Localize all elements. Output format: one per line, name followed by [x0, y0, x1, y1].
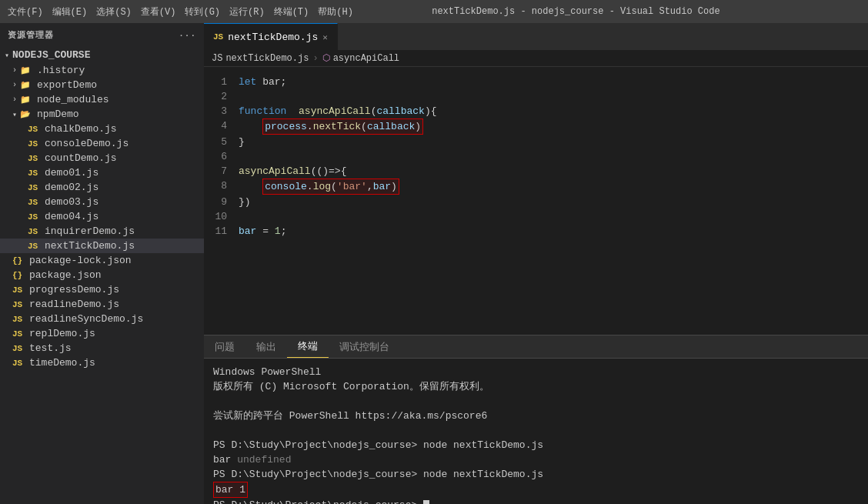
chevron-right-icon: ›: [12, 66, 17, 75]
line-content: [239, 149, 868, 164]
sidebar-item-nexttickdemo[interactable]: JS nextTickDemo.js: [0, 239, 204, 253]
panel-tab-debugconsole[interactable]: 调试控制台: [329, 335, 400, 358]
js-file-icon: JS: [28, 242, 40, 251]
breadcrumb-file: nextTickDemo.js: [225, 53, 309, 64]
code-line-3: 3 function asyncApiCall(callback){: [204, 104, 868, 118]
menu-select[interactable]: 选择(S): [96, 5, 132, 18]
sidebar-item-label: replDemo.js: [29, 328, 95, 339]
editor-tab-nexttickdemo[interactable]: JS nextTickDemo.js ✕: [204, 23, 338, 50]
window-title: nextTickDemo.js - nodejs_course - Visual…: [432, 6, 719, 17]
sidebar-item-history[interactable]: › 📁 .history: [0, 63, 204, 78]
sidebar-item-inquirerdemo[interactable]: JS inquirerDemo.js: [0, 224, 204, 239]
js-file-icon: JS: [12, 329, 25, 339]
sidebar-item-label: inquirerDemo.js: [45, 225, 135, 237]
sidebar: 资源管理器 ··· ▾ NODEJS_COURSE › 📁 .history ›…: [0, 23, 204, 504]
js-file-icon: JS: [12, 359, 25, 368]
terminal-line: PS D:\Study\Project\nodejs_course> node …: [213, 438, 859, 452]
terminal-line: PS D:\Study\Project\nodejs_course>: [213, 498, 859, 504]
sidebar-item-label: npmDemo: [37, 108, 79, 120]
terminal-line: 版权所有 (C) Microsoft Corporation。保留所有权利。: [213, 379, 859, 394]
sidebar-item-label: readlineSyncDemo.js: [29, 313, 143, 325]
menu-bar[interactable]: 文件(F) 编辑(E) 选择(S) 查看(V) 转到(G) 运行(R) 终端(T…: [8, 5, 353, 18]
sidebar-item-npmdemo[interactable]: ▾ 📂 npmDemo: [0, 107, 204, 122]
json-file-icon: {}: [12, 256, 25, 265]
sidebar-item-label: timeDemo.js: [29, 357, 95, 369]
line-number: 1: [204, 75, 239, 89]
sidebar-title: 资源管理器: [8, 29, 54, 41]
menu-goto[interactable]: 转到(G): [185, 5, 220, 18]
sidebar-item-test[interactable]: JS test.js: [0, 341, 204, 355]
line-number: 9: [204, 195, 239, 209]
line-content: process.nextTick(callback): [239, 118, 868, 135]
close-icon[interactable]: ✕: [322, 32, 328, 42]
terminal-line: bar 1: [213, 482, 859, 498]
line-number: 6: [204, 149, 239, 164]
folder-open-icon: 📂: [20, 109, 32, 119]
code-line-2: 2: [204, 89, 868, 104]
sidebar-item-consoledemo[interactable]: JS consoleDemo.js: [0, 136, 204, 151]
sidebar-item-exportdemo[interactable]: › 📁 exportDemo: [0, 78, 204, 92]
code-editor[interactable]: 1 let bar; 2 3 function asyncApiCall(cal…: [204, 67, 868, 335]
menu-file[interactable]: 文件(F): [8, 5, 43, 18]
sidebar-item-readlinedemo[interactable]: JS readlineDemo.js: [0, 297, 204, 312]
js-file-icon: JS: [12, 344, 25, 353]
line-content: }): [239, 195, 868, 209]
project-root[interactable]: ▾ NODEJS_COURSE: [0, 47, 204, 63]
code-line-9: 9 }): [204, 195, 868, 209]
menu-help[interactable]: 帮助(H): [318, 5, 353, 18]
sidebar-item-label: node_modules: [37, 94, 109, 105]
sidebar-item-label: progressDemo.js: [29, 284, 119, 295]
sidebar-item-repldemo[interactable]: JS replDemo.js: [0, 326, 204, 341]
sidebar-dots[interactable]: ···: [179, 31, 196, 40]
sidebar-item-progressdemo[interactable]: JS progressDemo.js: [0, 282, 204, 297]
sidebar-item-countdemo[interactable]: JS countDemo.js: [0, 151, 204, 165]
js-file-icon: JS: [28, 212, 40, 222]
code-line-6: 6: [204, 149, 868, 164]
menu-edit[interactable]: 编辑(E): [52, 5, 88, 18]
terminal-line: 尝试新的跨平台 PowerShell https://aka.ms/pscore…: [213, 409, 859, 423]
line-content: console.log('bar',bar): [239, 179, 868, 195]
js-file-icon: JS: [12, 315, 25, 324]
sidebar-item-label: demo03.js: [45, 196, 98, 208]
line-number: 2: [204, 89, 239, 104]
code-line-5: 5 }: [204, 135, 868, 149]
js-file-icon: JS: [28, 198, 40, 207]
line-content: bar = 1;: [239, 224, 868, 239]
sidebar-item-label: demo02.js: [45, 182, 98, 193]
chevron-right-icon: ›: [12, 95, 17, 104]
sidebar-item-nodemodules[interactable]: › 📁 node_modules: [0, 92, 204, 107]
line-number: 4: [204, 118, 239, 133]
panel-tab-terminal[interactable]: 终端: [287, 335, 329, 358]
sidebar-item-demo01[interactable]: JS demo01.js: [0, 165, 204, 180]
menu-run[interactable]: 运行(R): [229, 5, 265, 18]
sidebar-item-label: demo01.js: [45, 167, 98, 179]
breadcrumb-symbol: asyncApiCall: [333, 53, 399, 64]
panel-tab-output[interactable]: 输出: [245, 335, 287, 358]
line-number: 8: [204, 179, 239, 193]
sidebar-item-readlinesyncdemo[interactable]: JS readlineSyncDemo.js: [0, 312, 204, 326]
sidebar-item-packagejson[interactable]: {} package.json: [0, 268, 204, 282]
panel-tab-problems[interactable]: 问题: [204, 335, 245, 358]
sidebar-item-label: test.js: [29, 342, 72, 354]
sidebar-item-timedemo[interactable]: JS timeDemo.js: [0, 355, 204, 370]
js-file-icon: JS: [28, 227, 40, 236]
sidebar-item-label: package-lock.json: [29, 255, 132, 266]
terminal-content[interactable]: Windows PowerShell 版权所有 (C) Microsoft Co…: [204, 359, 868, 504]
code-line-11: 11 bar = 1;: [204, 224, 868, 239]
code-line-7: 7 asyncApiCall(()=>{: [204, 164, 868, 179]
sidebar-header: 资源管理器 ···: [0, 23, 204, 47]
js-file-icon: JS: [28, 169, 40, 178]
sidebar-item-demo04[interactable]: JS demo04.js: [0, 209, 204, 224]
sidebar-item-chalkdemo[interactable]: JS chalkDemo.js: [0, 122, 204, 136]
sidebar-item-packagelockjson[interactable]: {} package-lock.json: [0, 253, 204, 268]
sidebar-item-demo02[interactable]: JS demo02.js: [0, 180, 204, 195]
project-name: NODEJS_COURSE: [12, 49, 90, 61]
chevron-down-icon: ▾: [5, 51, 9, 60]
menu-terminal[interactable]: 终端(T): [274, 5, 309, 18]
terminal-line: [213, 423, 859, 438]
menu-view[interactable]: 查看(V): [141, 5, 176, 18]
sidebar-item-demo03[interactable]: JS demo03.js: [0, 195, 204, 209]
code-line-10: 10: [204, 209, 868, 224]
folder-icon: 📁: [20, 65, 32, 75]
panel: 问题 输出 终端 调试控制台 Windows PowerShell 版权所有 (…: [204, 335, 868, 504]
